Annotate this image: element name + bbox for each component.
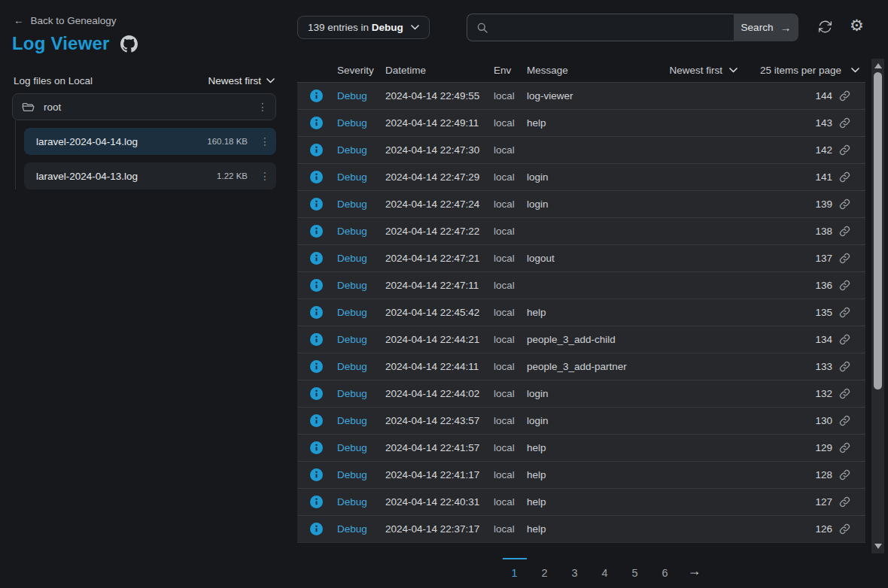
log-file-item[interactable]: laravel-2024-04-13.log 1.22 KB ⋮: [24, 162, 276, 189]
permalink-icon[interactable]: [839, 415, 850, 426]
pagination-next-button[interactable]: →: [688, 558, 701, 585]
severity-link[interactable]: Debug: [337, 334, 385, 345]
page-button-2[interactable]: 2: [533, 558, 557, 585]
log-row[interactable]: Debug 2024-04-14 22:44:11 local people_3…: [297, 353, 865, 380]
scrollbar-down-arrow-icon[interactable]: [874, 544, 882, 549]
per-page-dropdown[interactable]: 25 items per page: [760, 65, 859, 76]
row-message: login: [527, 199, 815, 210]
permalink-icon[interactable]: [839, 496, 850, 508]
table-scrollbar[interactable]: [871, 59, 884, 553]
permalink-icon[interactable]: [839, 226, 850, 237]
log-row[interactable]: Debug 2024-04-14 22:44:21 local people_3…: [297, 326, 865, 353]
log-file-item-selected[interactable]: laravel-2024-04-14.log 160.18 KB ⋮: [24, 128, 276, 155]
log-row[interactable]: Debug 2024-04-14 22:40:31 local help 127: [297, 488, 865, 515]
severity-link[interactable]: Debug: [337, 415, 385, 426]
log-row[interactable]: Debug 2024-04-14 22:37:17 local help 126: [297, 515, 865, 542]
permalink-icon[interactable]: [839, 307, 850, 318]
root-folder-label: root: [44, 102, 248, 113]
back-link[interactable]: ← Back to Genealogy: [14, 15, 117, 26]
severity-link[interactable]: Debug: [337, 280, 385, 291]
log-row[interactable]: Debug 2024-04-14 22:41:57 local help 129: [297, 434, 865, 461]
chevron-down-icon: [729, 68, 737, 73]
permalink-icon[interactable]: [839, 144, 850, 156]
log-row[interactable]: Debug 2024-04-14 22:47:30 local 142: [297, 136, 865, 163]
search-button[interactable]: Search →: [734, 14, 798, 41]
settings-button[interactable]: ⚙: [850, 17, 864, 33]
file-kebab-menu[interactable]: ⋮: [260, 135, 269, 147]
log-row[interactable]: Debug 2024-04-14 22:47:22 local 138: [297, 217, 865, 244]
info-icon: [310, 468, 323, 481]
severity-link[interactable]: Debug: [337, 388, 385, 399]
severity-link[interactable]: Debug: [337, 171, 385, 183]
permalink-icon[interactable]: [839, 334, 850, 345]
info-icon: [310, 117, 323, 129]
page-button-6[interactable]: 6: [653, 558, 677, 585]
entries-filter-dropdown[interactable]: 139 entries in Debug: [297, 16, 430, 39]
row-index: 129: [815, 442, 832, 453]
root-folder-item[interactable]: root ⋮: [12, 93, 276, 120]
permalink-icon[interactable]: [839, 280, 850, 291]
refresh-button[interactable]: [817, 19, 833, 37]
row-datetime: 2024-04-14 22:41:17: [385, 469, 494, 480]
row-index: 143: [815, 117, 832, 129]
row-datetime: 2024-04-14 22:45:42: [385, 307, 494, 318]
log-row[interactable]: Debug 2024-04-14 22:41:17 local help 128: [297, 461, 865, 488]
log-row[interactable]: Debug 2024-04-14 22:49:11 local help 143: [297, 109, 865, 136]
severity-link[interactable]: Debug: [337, 253, 385, 264]
severity-link[interactable]: Debug: [337, 469, 385, 480]
row-env: local: [494, 226, 527, 237]
severity-link[interactable]: Debug: [337, 90, 385, 102]
permalink-icon[interactable]: [839, 442, 850, 453]
page-button-4[interactable]: 4: [593, 558, 617, 585]
gear-icon: ⚙: [850, 17, 864, 34]
permalink-icon[interactable]: [839, 388, 850, 399]
scrollbar-thumb[interactable]: [874, 72, 882, 389]
permalink-icon[interactable]: [839, 361, 850, 372]
row-env: local: [494, 469, 527, 480]
log-row[interactable]: Debug 2024-04-14 22:47:21 local logout 1…: [297, 244, 865, 271]
permalink-icon[interactable]: [839, 199, 850, 210]
permalink-icon[interactable]: [839, 117, 850, 129]
severity-link[interactable]: Debug: [337, 226, 385, 237]
row-datetime: 2024-04-14 22:49:11: [385, 117, 494, 129]
log-row[interactable]: Debug 2024-04-14 22:49:55 local log-view…: [297, 82, 865, 109]
sidebar-sort-dropdown[interactable]: Newest first: [208, 75, 275, 86]
table-sort-label: Newest first: [669, 65, 722, 76]
severity-link[interactable]: Debug: [337, 523, 385, 535]
permalink-icon[interactable]: [839, 469, 850, 480]
log-row[interactable]: Debug 2024-04-14 22:45:42 local help 135: [297, 299, 865, 326]
row-message: help: [527, 307, 815, 318]
row-index: 141: [815, 171, 832, 183]
github-link[interactable]: [120, 35, 138, 53]
permalink-icon[interactable]: [839, 90, 850, 102]
root-kebab-menu[interactable]: ⋮: [257, 101, 266, 113]
log-row[interactable]: Debug 2024-04-14 22:47:24 local login 13…: [297, 190, 865, 217]
table-sort-dropdown[interactable]: Newest first: [669, 65, 737, 76]
scrollbar-up-arrow-icon[interactable]: [874, 63, 882, 68]
log-row[interactable]: Debug 2024-04-14 22:44:02 local login 13…: [297, 380, 865, 407]
page-button-1[interactable]: 1: [503, 558, 527, 585]
severity-link[interactable]: Debug: [337, 307, 385, 318]
file-kebab-menu[interactable]: ⋮: [260, 170, 269, 182]
search-input[interactable]: [495, 22, 725, 33]
severity-link[interactable]: Debug: [337, 361, 385, 372]
page-button-3[interactable]: 3: [563, 558, 587, 585]
log-file-size: 1.22 KB: [217, 171, 248, 180]
log-row[interactable]: Debug 2024-04-14 22:47:29 local login 14…: [297, 163, 865, 190]
permalink-icon[interactable]: [839, 253, 850, 264]
severity-link[interactable]: Debug: [337, 442, 385, 453]
log-file-name: laravel-2024-04-13.log: [36, 171, 211, 182]
permalink-icon[interactable]: [839, 523, 850, 535]
log-row[interactable]: Debug 2024-04-14 22:47:11 local 136: [297, 271, 865, 299]
row-message: help: [527, 523, 815, 535]
page-button-5[interactable]: 5: [623, 558, 647, 585]
severity-link[interactable]: Debug: [337, 117, 385, 129]
permalink-icon[interactable]: [839, 171, 850, 183]
log-row[interactable]: Debug 2024-04-14 22:43:57 local login 13…: [297, 407, 865, 434]
row-datetime: 2024-04-14 22:43:57: [385, 415, 494, 426]
severity-link[interactable]: Debug: [337, 199, 385, 210]
severity-link[interactable]: Debug: [337, 144, 385, 156]
row-datetime: 2024-04-14 22:40:31: [385, 496, 494, 508]
severity-link[interactable]: Debug: [337, 496, 385, 508]
row-index: 126: [815, 523, 832, 535]
